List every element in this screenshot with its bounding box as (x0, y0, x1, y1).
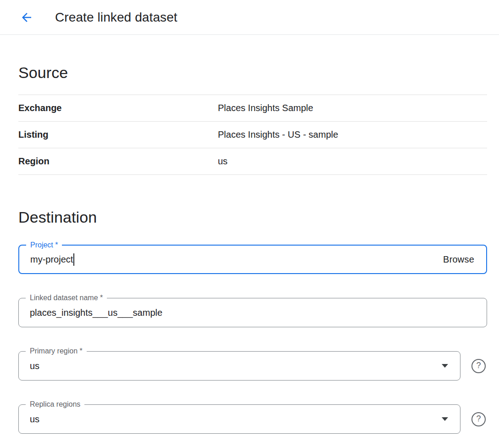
source-row-value: Places Insights - US - sample (218, 129, 338, 140)
source-table: Exchange Places Insights Sample Listing … (18, 95, 487, 175)
source-row-listing: Listing Places Insights - US - sample (18, 122, 487, 148)
source-row-value: Places Insights Sample (218, 103, 313, 113)
source-row-value: us (218, 156, 227, 167)
linked-dataset-name-field[interactable]: Linked dataset name * (18, 298, 487, 327)
linked-dataset-name-input[interactable] (30, 308, 476, 318)
source-row-label: Exchange (18, 103, 218, 113)
source-row-region: Region us (18, 148, 487, 175)
back-button[interactable] (17, 7, 37, 28)
page-header: Create linked dataset (0, 0, 499, 35)
source-row-label: Region (18, 156, 218, 167)
replica-regions-label: Replica regions (26, 399, 84, 409)
project-field-label: Project * (26, 240, 62, 250)
arrow-drop-down-icon (442, 417, 448, 421)
source-heading: Source (18, 62, 487, 83)
primary-region-help-button[interactable]: ? (471, 359, 486, 373)
arrow-drop-down-icon (442, 364, 448, 368)
source-row-label: Listing (18, 129, 218, 140)
project-input[interactable]: my-project (30, 254, 73, 265)
replica-regions-value: us (30, 414, 39, 425)
help-circle-icon: ? (476, 414, 481, 423)
text-cursor (73, 253, 74, 266)
project-field[interactable]: Project * my-project Browse (18, 245, 487, 274)
destination-heading: Destination (18, 207, 487, 227)
primary-region-row: Primary region * us ? (18, 351, 487, 381)
replica-regions-help-button[interactable]: ? (471, 412, 486, 426)
primary-region-select[interactable]: Primary region * us (18, 351, 460, 381)
replica-regions-select[interactable]: Replica regions us (18, 404, 460, 434)
source-row-exchange: Exchange Places Insights Sample (18, 95, 487, 122)
linked-dataset-name-label: Linked dataset name * (26, 293, 107, 303)
browse-button[interactable]: Browse (442, 252, 475, 268)
arrow-back-icon (20, 11, 33, 24)
help-circle-icon: ? (476, 361, 481, 370)
primary-region-label: Primary region * (26, 346, 87, 356)
primary-region-value: us (30, 361, 39, 371)
replica-regions-row: Replica regions us ? (18, 404, 487, 434)
page-title: Create linked dataset (55, 10, 177, 25)
